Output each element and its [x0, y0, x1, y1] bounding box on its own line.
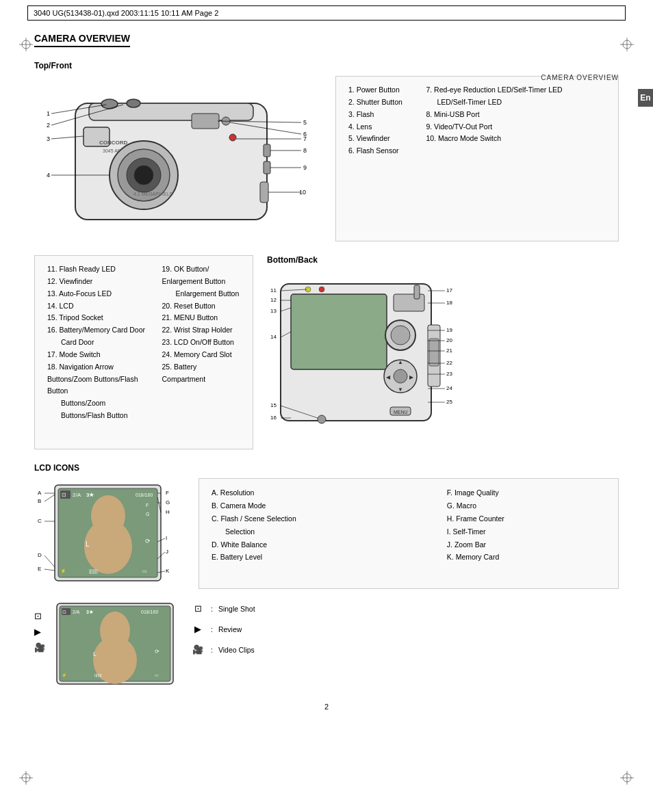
part-25: 25. Battery Compartment [162, 361, 240, 386]
video-symbol: 🎥 [190, 641, 205, 659]
svg-text:L: L [86, 540, 90, 548]
top-right-label: CAMERA OVERVIEW [541, 74, 619, 81]
svg-text:2/A: 2/A [73, 610, 80, 614]
video-label: Video Clips [218, 643, 255, 657]
svg-text:10: 10 [299, 189, 306, 196]
svg-text:◀: ◀ [386, 374, 391, 380]
svg-text:⚡: ⚡ [60, 568, 66, 574]
part-23: 23. LCD On/Off Button [162, 337, 240, 349]
legend-video: 🎥 : Video Clips [190, 641, 619, 659]
svg-text:8: 8 [303, 147, 307, 154]
svg-text:F: F [166, 490, 169, 496]
svg-text:D: D [38, 552, 42, 558]
svg-text:|||||||: ||||||| [94, 673, 102, 677]
svg-rect-17 [264, 144, 270, 157]
video-icon: 🎥 [34, 642, 45, 653]
page-number: 2 [34, 703, 619, 711]
front-parts-table: 1. Power Button 2. Shutter Button 3. Fla… [346, 83, 609, 158]
svg-text:018/160: 018/160 [136, 493, 153, 497]
review-label: Review [218, 623, 242, 637]
mode-icons: ⊡ ▶ 🎥 [34, 611, 45, 653]
lcd-part-k: K. Memory Card [447, 551, 606, 564]
svg-text:14: 14 [270, 334, 277, 340]
svg-point-20 [229, 134, 236, 141]
colon-video: : [211, 643, 213, 657]
part-7: 7. Red-eye Reduction LED/Self-Timer LED [426, 84, 606, 96]
svg-rect-18 [264, 161, 270, 174]
svg-text:F: F [146, 503, 149, 508]
svg-text:17: 17 [446, 287, 452, 293]
svg-text:CONCORD: CONCORD [99, 140, 128, 146]
part-7b: LED/Self-Timer LED [426, 96, 606, 109]
part-16: 16. Battery/Memory Card Door [47, 324, 156, 337]
part-4: 4. Lens [348, 121, 420, 133]
back-parts-left-box: 11. Flash Ready LED 12. Viewfinder 13. A… [34, 255, 253, 449]
svg-text:3: 3 [47, 135, 50, 142]
svg-rect-57 [414, 285, 420, 299]
svg-rect-13 [192, 114, 219, 129]
legend-single-shot: ⊡ : Single Shot [190, 600, 619, 618]
reg-mark-top-left [19, 38, 33, 51]
reg-mark-bottom-left [19, 771, 33, 785]
main-content: CAMERA OVERVIEW Top/Front [34, 26, 619, 711]
part-18b: Buttons/Zoom [47, 397, 156, 410]
middle-section: 11. Flash Ready LED 12. Viewfinder 13. A… [34, 255, 619, 449]
svg-text:20: 20 [446, 337, 452, 343]
part-9: 9. Video/TV-Out Port [426, 121, 606, 133]
svg-point-16 [127, 99, 140, 107]
section-title: CAMERA OVERVIEW [34, 33, 130, 47]
svg-text:018/160: 018/160 [141, 610, 158, 614]
lang-tab: En [638, 89, 653, 107]
svg-point-61 [319, 287, 324, 292]
top-section: 4.1 MEGAPIXELS CONCORD 3045 AF 1 2 3 4 [34, 76, 619, 241]
svg-text:19: 19 [446, 327, 452, 333]
lcd-parts-table: A. Resolution B. Camera Mode C. Flash / … [209, 486, 609, 564]
part-11: 11. Flash Ready LED [47, 263, 156, 276]
part-2: 2. Shutter Button [348, 96, 420, 109]
part-20: 20. Reset Button [162, 300, 240, 313]
lcd-icons-label: LCD ICONS [34, 463, 619, 473]
svg-point-62 [318, 415, 326, 423]
svg-text:18: 18 [446, 300, 452, 306]
part-14: 14. LCD [47, 300, 156, 313]
part-15: 15. Tripod Socket [47, 312, 156, 324]
icon-legend: ⊡ : Single Shot ▶ : Review 🎥 : Video Cli… [190, 600, 619, 689]
svg-text:3★: 3★ [86, 492, 94, 498]
back-parts-table: 11. Flash Ready LED 12. Viewfinder 13. A… [44, 263, 243, 423]
part-19: 19. OK Button/ Enlargement Button [162, 263, 240, 288]
svg-point-15 [101, 99, 118, 109]
svg-text:J: J [166, 549, 168, 555]
part-17: 17. Mode Switch [47, 349, 156, 361]
svg-text:3★: 3★ [86, 610, 94, 614]
front-camera-svg: 4.1 MEGAPIXELS CONCORD 3045 AF 1 2 3 4 [34, 76, 322, 240]
svg-text:24: 24 [446, 385, 452, 391]
bottom-icons-section: ⊡ ▶ 🎥 ⊡ 2/A 3★ 018/160 [34, 600, 619, 689]
part-10: 10. Macro Mode Switch [426, 133, 606, 145]
part-5: 5. Viewfinder [348, 133, 420, 145]
svg-text:⚡: ⚡ [62, 672, 67, 678]
svg-text:22: 22 [446, 360, 452, 366]
lcd-part-a: A. Resolution [212, 486, 441, 499]
part-16b: Card Door [47, 337, 156, 349]
svg-text:K: K [166, 568, 170, 574]
part-3: 3. Flash [348, 109, 420, 121]
front-parts-box: 1. Power Button 2. Shutter Button 3. Fla… [335, 76, 619, 241]
colon-review: : [211, 623, 213, 637]
part-12: 12. Viewfinder [47, 276, 156, 288]
svg-text:▭: ▭ [155, 673, 159, 677]
part-21: 21. MENU Button [162, 312, 240, 324]
single-shot-icon: ⊡ [34, 611, 45, 621]
colon-single: : [211, 602, 213, 616]
review-symbol: ▶ [190, 620, 205, 638]
part-18c: Buttons/Flash Button [47, 410, 156, 422]
lcd-parts-box: A. Resolution B. Camera Mode C. Flash / … [199, 478, 619, 589]
part-13: 13. Auto-Focus LED [47, 288, 156, 300]
front-camera-diagram: 4.1 MEGAPIXELS CONCORD 3045 AF 1 2 3 4 [34, 76, 322, 241]
svg-point-50 [394, 369, 407, 383]
svg-text:9: 9 [303, 164, 307, 171]
lcd-sub-section: ⊡ 2/A 3★ F G 018/160 ⚡ ||||||| ▭ L ⟳ [34, 478, 619, 589]
part-6: 6. Flash Sensor [348, 145, 420, 157]
svg-point-48 [391, 326, 410, 345]
part-8: 8. Mini-USB Port [426, 109, 606, 121]
svg-text:11: 11 [270, 287, 277, 293]
